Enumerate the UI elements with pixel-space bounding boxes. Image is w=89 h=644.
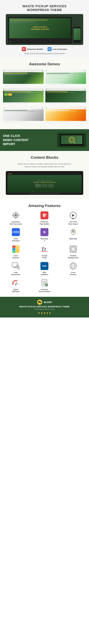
customizer-label: Live Customizer <box>53 48 67 50</box>
customizer-icon <box>48 47 52 51</box>
content-blocks-screen: WASTE MAKE WHATEVER CONTENT COMBINATION … <box>7 175 82 192</box>
speedopt-feature-icon <box>11 278 20 287</box>
feature-googlefonts: Tt GoogleFonts <box>32 245 58 259</box>
feature-css3: CSS3 CSS3Animation <box>3 228 29 242</box>
footer-truck-icon <box>37 300 42 305</box>
star-1: ★ <box>38 312 40 314</box>
customizer-feature-icon <box>11 211 20 220</box>
demo-item-2[interactable] <box>45 69 86 86</box>
demo-screen-2 <box>45 70 86 84</box>
feature-parallax: ParallaxBackgrounds <box>60 245 86 259</box>
demo-screen-4 <box>45 88 86 102</box>
one-click-text: One Click Demo Content Import <box>3 134 54 146</box>
feature-mailchimp: Mailchimp <box>60 228 86 242</box>
svg-point-0 <box>49 49 50 50</box>
parallax-feature-label: ParallaxBackgrounds <box>68 255 78 259</box>
demos-section: Awesome Demos <box>0 58 89 129</box>
parallax-feature-icon <box>69 245 78 254</box>
svg-rect-21 <box>12 251 15 252</box>
laptop-screen: Your Clutter Is Our Bread & Butter <box>9 18 71 38</box>
footer-section: wostin Waste Pickup Services WordPress T… <box>0 297 89 318</box>
googlefonts-feature-label: GoogleFonts <box>42 255 47 259</box>
svg-point-53 <box>45 284 48 286</box>
svg-rect-10 <box>46 214 46 215</box>
crossbrowser-feature-label: CrossBrowser <box>70 272 77 276</box>
hero-subtitle: Wostin comes with extremely powerful the… <box>3 52 86 54</box>
features-section: Amazing Features CustomizerKirki Framewo… <box>0 199 89 297</box>
svg-rect-19 <box>12 246 15 248</box>
demos-section-title: Awesome Demos <box>3 62 86 66</box>
svg-rect-20 <box>12 248 15 250</box>
star-5: ★ <box>49 312 51 314</box>
one-click-section: One Click Demo Content Import <box>0 129 89 151</box>
svg-point-18 <box>74 230 74 231</box>
elementor-label: Elementor Builder <box>27 48 43 50</box>
feature-customizer: CustomizerKirki Framework <box>3 211 29 225</box>
svg-rect-9 <box>44 214 45 217</box>
hero-mockup: Your Clutter Is Our Bread & Butter <box>6 14 83 45</box>
feature-oneclick: One ClickDemo Import <box>60 211 86 225</box>
w3c-icon-box: W3C <box>40 262 48 270</box>
features-grid: CustomizerKirki Framework ElementorPage … <box>3 211 86 292</box>
googlefonts-feature-icon: Tt <box>40 245 49 254</box>
customizer-label: CustomizerKirki Framework <box>9 221 22 225</box>
feature-bootstrap: B Bootstrap5 <box>32 228 58 242</box>
demo-item-5[interactable] <box>3 106 44 124</box>
w3c-feature-icon: W3C <box>40 262 49 270</box>
footer-brand: wostin <box>44 301 52 304</box>
speedopt-feature-label: SpeedOptimized <box>12 288 20 292</box>
feature-docs: ExtensiveDocumentation <box>32 278 58 292</box>
badge-customizer: Live Customizer <box>48 47 67 51</box>
oneclick-feature-icon <box>69 211 78 220</box>
features-title: Amazing Features <box>3 204 86 208</box>
svg-text:Tt: Tt <box>41 246 46 252</box>
hero-title: Waste Pickup Services WordPress Theme <box>3 4 86 12</box>
demo-item-6[interactable] <box>45 106 86 124</box>
feature-crossbrowser: CrossBrowser <box>60 262 86 276</box>
svg-point-17 <box>73 230 73 231</box>
content-blocks-section: Content Blocks Wostin has the ability to… <box>0 151 89 199</box>
demos-grid <box>3 69 86 124</box>
docs-feature-icon <box>40 278 49 287</box>
content-blocks-subtitle: Wostin has the ability to combine variou… <box>16 163 73 168</box>
content-blocks-mockup: WASTE MAKE WHATEVER CONTENT COMBINATION … <box>6 171 83 195</box>
elementor-feature-icon <box>40 211 49 220</box>
laptop-frame: Your Clutter Is Our Bread & Butter <box>8 17 72 44</box>
content-blocks-title: Content Blocks <box>3 155 86 160</box>
phone-frame <box>73 27 81 43</box>
demo-item-3[interactable] <box>3 88 44 105</box>
oneclick-feature-label: One ClickDemo Import <box>68 221 78 225</box>
demo-screen-1 <box>3 70 44 84</box>
one-click-screen <box>57 133 86 147</box>
svg-point-3 <box>15 214 17 216</box>
demo-screen-6 <box>45 106 86 121</box>
mailchimp-feature-icon <box>69 228 78 236</box>
responsive-feature-icon <box>11 262 20 270</box>
feature-speedopt: SpeedOptimized <box>3 278 29 292</box>
feature-colorschemes: ColorSchemes <box>3 245 29 259</box>
demo-item-4[interactable] <box>45 88 86 105</box>
demo-item-1[interactable] <box>3 69 44 86</box>
css3-feature-label: CSS3Animation <box>12 238 20 242</box>
footer-tagline: Don't forget to rate our theme <box>3 308 86 310</box>
star-4: ★ <box>46 312 48 314</box>
feature-responsive: FullyResponsive <box>3 262 29 276</box>
elementor-feature-label: ElementorPage Builder <box>40 221 49 225</box>
demo-screen-3 <box>3 88 44 102</box>
badge-elementor: Elementor Builder <box>22 47 43 51</box>
svg-rect-33 <box>12 263 18 267</box>
hero-badges: Elementor Builder Live Customizer <box>3 47 86 51</box>
w3c-feature-label: W3CValidation <box>41 272 48 276</box>
svg-point-55 <box>40 303 41 304</box>
mailchimp-feature-label: Mailchimp <box>69 238 77 240</box>
svg-point-54 <box>38 303 39 304</box>
crossbrowser-feature-icon <box>69 262 78 270</box>
feature-w3c: W3C W3CValidation <box>32 262 58 276</box>
css3-icon-box: CSS3 <box>12 228 20 236</box>
bootstrap-feature-icon: B <box>40 228 49 236</box>
phone-screen <box>74 28 81 40</box>
footer-theme-name: Waste Pickup Services WordPress Theme <box>3 306 86 308</box>
feature-elementor: ElementorPage Builder <box>32 211 58 225</box>
demo-screen-5 <box>3 106 44 121</box>
star-3: ★ <box>43 312 46 314</box>
